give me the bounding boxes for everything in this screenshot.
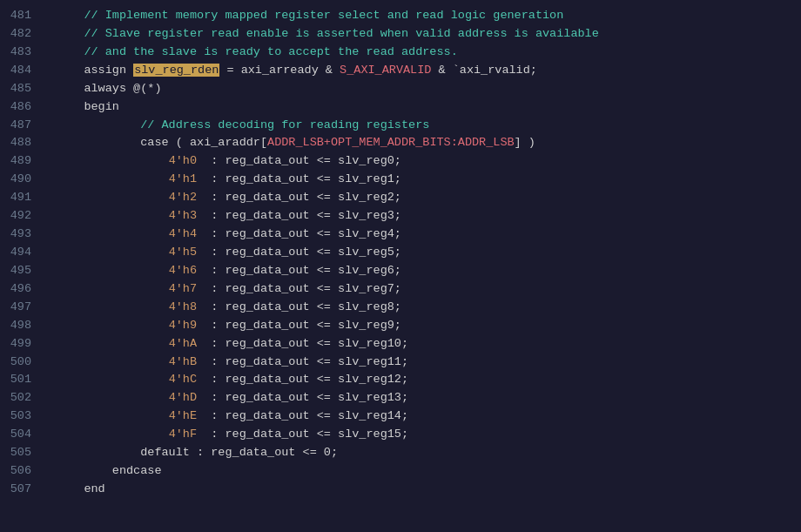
token: : reg_data_out <= slv_reg9;	[197, 319, 401, 332]
line-number-502: 502	[0, 389, 42, 407]
line-number-500: 500	[0, 354, 42, 372]
token: ] )	[515, 136, 535, 149]
code-line-499: 4'hA : reg_data_out <= slv_reg10;	[56, 335, 801, 354]
code-line-503: 4'hE : reg_data_out <= slv_reg14;	[56, 407, 801, 426]
token	[56, 482, 84, 495]
token: : reg_data_out <= slv_reg13;	[197, 391, 408, 404]
token: 4'hA	[169, 337, 197, 350]
token	[56, 209, 169, 222]
code-line-495: 4'h6 : reg_data_out <= slv_reg6;	[56, 262, 801, 280]
code-line-486: begin	[56, 98, 801, 117]
token: 4'h5	[169, 246, 197, 259]
code-line-488: case ( axi_araddr[ADDR_LSB+OPT_MEM_ADDR_…	[56, 134, 801, 152]
code-line-492: 4'h3 : reg_data_out <= slv_reg3;	[56, 207, 801, 226]
token: 4'hC	[169, 373, 197, 386]
token: : reg_data_out <= slv_reg2;	[197, 191, 401, 204]
token: ( axi_araddr[	[169, 136, 267, 149]
code-line-505: default : reg_data_out <= 0;	[56, 444, 801, 462]
highlighted-token: slv_reg_rden	[133, 64, 219, 77]
line-number-487: 487	[0, 117, 42, 135]
token: case	[140, 136, 168, 149]
token: always @(*)	[84, 82, 161, 95]
line-number-493: 493	[0, 226, 42, 244]
token: 4'hF	[169, 428, 197, 441]
token	[56, 355, 169, 368]
token	[56, 337, 169, 350]
token: : reg_data_out <= slv_reg15;	[197, 428, 408, 441]
code-content: // Implement memory mapped register sele…	[42, 0, 801, 532]
line-number-504: 504	[0, 426, 42, 444]
code-line-484: assign slv_reg_rden = axi_arready & S_AX…	[56, 62, 801, 80]
code-line-496: 4'h7 : reg_data_out <= slv_reg7;	[56, 280, 801, 299]
line-number-503: 503	[0, 407, 42, 426]
line-number-501: 501	[0, 371, 42, 389]
token	[56, 300, 169, 313]
token	[56, 409, 169, 422]
token: : reg_data_out <= slv_reg12;	[197, 373, 408, 386]
token	[56, 9, 84, 22]
line-number-506: 506	[0, 462, 42, 481]
token: : reg_data_out <= 0;	[190, 446, 338, 459]
line-number-482: 482	[0, 25, 42, 44]
token	[56, 227, 169, 240]
token	[56, 191, 169, 204]
code-line-493: 4'h4 : reg_data_out <= slv_reg4;	[56, 226, 801, 244]
token: 4'h7	[169, 282, 197, 295]
token: // Address decoding for reading register…	[140, 118, 429, 131]
line-numbers: 4814824834844854864874884894904914924934…	[0, 0, 42, 532]
line-number-488: 488	[0, 134, 42, 152]
token: : reg_data_out <= slv_reg4;	[197, 227, 401, 240]
token	[56, 246, 169, 259]
code-line-481: // Implement memory mapped register sele…	[56, 7, 801, 25]
token: = axi_arready &	[219, 64, 340, 77]
token: // Implement memory mapped register sele…	[84, 9, 563, 22]
token: & `axi_rvalid;	[431, 64, 537, 77]
code-editor: 4814824834844854864874884894904914924934…	[0, 0, 801, 532]
code-line-482: // Slave register read enable is asserte…	[56, 25, 801, 44]
token	[56, 64, 84, 77]
token	[56, 428, 169, 441]
token: 4'h8	[169, 300, 197, 313]
token: 4'h0	[169, 154, 197, 167]
token: : reg_data_out <= slv_reg3;	[197, 209, 401, 222]
code-line-483: // and the slave is ready to accept the …	[56, 44, 801, 62]
token: // Slave register read enable is asserte…	[84, 27, 598, 40]
line-number-483: 483	[0, 44, 42, 62]
line-number-489: 489	[0, 152, 42, 171]
token: 4'h1	[169, 172, 197, 185]
token	[56, 27, 84, 40]
line-number-486: 486	[0, 98, 42, 117]
token: : reg_data_out <= slv_reg7;	[197, 282, 401, 295]
line-number-485: 485	[0, 80, 42, 98]
token	[56, 264, 169, 277]
token	[56, 118, 140, 131]
token	[56, 136, 140, 149]
line-number-498: 498	[0, 317, 42, 335]
token	[56, 100, 84, 113]
token: : reg_data_out <= slv_reg5;	[197, 246, 401, 259]
token: 4'hE	[169, 409, 197, 422]
token	[126, 64, 133, 77]
token	[56, 464, 112, 477]
line-number-481: 481	[0, 7, 42, 25]
line-number-495: 495	[0, 262, 42, 280]
code-line-500: 4'hB : reg_data_out <= slv_reg11;	[56, 354, 801, 372]
token	[56, 319, 169, 332]
token	[56, 82, 84, 95]
token: assign	[84, 64, 126, 77]
token: 4'h4	[169, 227, 197, 240]
code-line-490: 4'h1 : reg_data_out <= slv_reg1;	[56, 171, 801, 189]
line-number-490: 490	[0, 171, 42, 189]
token: 4'h2	[169, 191, 197, 204]
line-number-497: 497	[0, 299, 42, 317]
code-line-498: 4'h9 : reg_data_out <= slv_reg9;	[56, 317, 801, 335]
token	[56, 172, 169, 185]
token: begin	[84, 100, 119, 113]
token: 4'h6	[169, 264, 197, 277]
token: 4'hB	[169, 355, 197, 368]
code-line-506: endcase	[56, 462, 801, 481]
code-line-487: // Address decoding for reading register…	[56, 117, 801, 135]
token	[56, 446, 140, 459]
code-line-491: 4'h2 : reg_data_out <= slv_reg2;	[56, 189, 801, 207]
code-line-504: 4'hF : reg_data_out <= slv_reg15;	[56, 426, 801, 444]
